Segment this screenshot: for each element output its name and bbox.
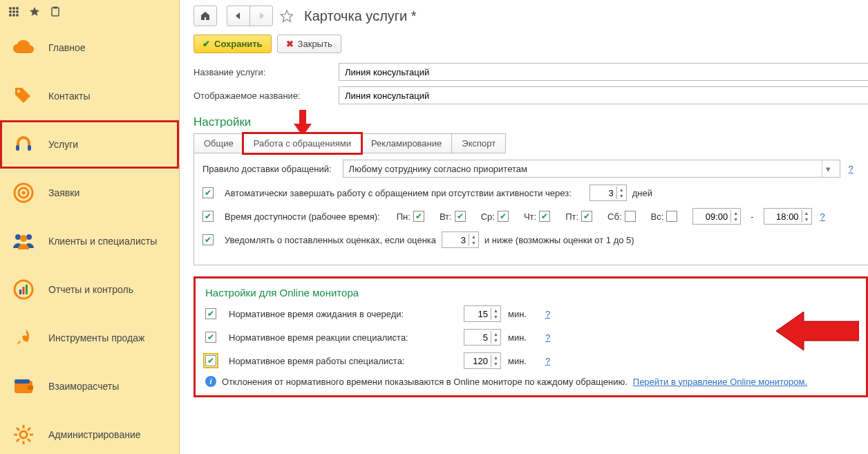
- wallet-icon: [11, 374, 36, 399]
- react-label: Нормативное время реакции специалиста:: [229, 332, 457, 343]
- rating-value-spinner[interactable]: ▲▼: [442, 231, 479, 248]
- help-icon[interactable]: ?: [545, 332, 550, 343]
- delivery-rule-select[interactable]: Любому сотруднику согласно приоритетам ▾: [343, 160, 840, 178]
- spin-down-icon[interactable]: ▼: [491, 361, 500, 367]
- day-tue-checkbox[interactable]: [455, 211, 466, 222]
- svg-rect-12: [16, 145, 19, 151]
- sidebar-item-requests[interactable]: Заявки: [0, 169, 179, 217]
- svg-point-2: [16, 7, 19, 10]
- help-icon[interactable]: ?: [820, 211, 825, 222]
- auto-close-days-spinner[interactable]: ▲▼: [589, 185, 627, 201]
- sidebar-item-sales[interactable]: Инструменты продаж: [0, 314, 179, 362]
- sidebar-item-label: Клиенты и специалисты: [48, 236, 157, 247]
- wait-unit: мин.: [508, 309, 536, 319]
- sidebar-item-contacts[interactable]: Контакты: [0, 72, 179, 120]
- spin-up-icon[interactable]: ▲: [617, 187, 626, 193]
- sidebar-item-services[interactable]: Услуги: [0, 120, 179, 169]
- sidebar-item-payments[interactable]: Взаиморасчеты: [0, 362, 179, 410]
- time-from-spinner[interactable]: ▲▼: [692, 208, 741, 225]
- svg-point-1: [12, 7, 15, 10]
- auto-close-unit: дней: [632, 188, 652, 198]
- work-checkbox[interactable]: [205, 355, 216, 366]
- day-wed-checkbox[interactable]: [498, 211, 509, 222]
- sidebar-item-clients[interactable]: Клиенты и специалисты: [0, 217, 179, 265]
- availability-checkbox[interactable]: [202, 211, 214, 222]
- react-checkbox[interactable]: [205, 332, 216, 343]
- close-button[interactable]: ✖ Закрыть: [277, 35, 341, 53]
- time-to-spinner[interactable]: ▲▼: [764, 208, 812, 225]
- work-input[interactable]: [464, 353, 491, 368]
- tab-general[interactable]: Общие: [194, 133, 244, 153]
- tabs: Общие Работа с обращениями Рекламировани…: [194, 133, 868, 153]
- red-arrow-left-icon: [776, 312, 859, 350]
- info-icon: i: [205, 376, 216, 387]
- day-sat-checkbox[interactable]: [625, 211, 636, 222]
- tab-ads[interactable]: Рекламирование: [361, 133, 452, 153]
- sidebar-item-reports[interactable]: Отчеты и контроль: [0, 265, 179, 314]
- spin-down-icon[interactable]: ▼: [491, 314, 500, 320]
- help-icon[interactable]: ?: [545, 356, 550, 366]
- day-fri-checkbox[interactable]: [581, 211, 592, 222]
- time-to-input[interactable]: [764, 209, 802, 224]
- service-name-input[interactable]: [339, 63, 868, 81]
- svg-rect-10: [53, 7, 57, 9]
- day-sun-checkbox[interactable]: [666, 211, 677, 222]
- cloud-icon: [11, 35, 36, 60]
- save-button[interactable]: ✔ Сохранить: [194, 35, 272, 53]
- wait-checkbox[interactable]: [205, 308, 216, 319]
- clipboard-icon[interactable]: [50, 6, 61, 17]
- day-mon-checkbox[interactable]: [413, 211, 424, 222]
- spin-up-icon[interactable]: ▲: [802, 210, 811, 216]
- react-spinner[interactable]: ▲▼: [464, 329, 501, 346]
- rating-notify-checkbox[interactable]: [202, 234, 214, 245]
- work-unit: мин.: [508, 356, 536, 366]
- star-icon[interactable]: [29, 6, 40, 17]
- tab-requests[interactable]: Работа с обращениями: [243, 133, 361, 153]
- forward-button[interactable]: [249, 6, 273, 26]
- auto-close-checkbox[interactable]: [202, 187, 214, 198]
- auto-close-days-input[interactable]: [590, 185, 616, 200]
- svg-point-16: [22, 191, 26, 195]
- spin-up-icon[interactable]: ▲: [731, 210, 740, 216]
- chevron-down-icon: ▾: [822, 160, 834, 177]
- tab-panel-requests: Правило доставки обращений: Любому сотру…: [194, 153, 868, 265]
- day-thu-label: Чт:: [524, 211, 536, 222]
- tab-export[interactable]: Экспорт: [451, 133, 506, 153]
- online-monitor-link[interactable]: Перейти в управление Online монитором.: [633, 377, 807, 387]
- svg-point-7: [12, 14, 15, 17]
- back-button[interactable]: [227, 6, 250, 26]
- wait-spinner[interactable]: ▲▼: [464, 305, 501, 322]
- help-icon[interactable]: ?: [545, 309, 550, 319]
- auto-close-label: Автоматически завершать работу с обращен…: [225, 188, 572, 198]
- home-button[interactable]: [194, 6, 217, 26]
- online-info-text: Отклонения от нормативного времени показ…: [222, 377, 628, 387]
- spin-up-icon[interactable]: ▲: [491, 308, 500, 314]
- close-icon: ✖: [286, 39, 294, 49]
- spin-down-icon[interactable]: ▼: [469, 240, 478, 246]
- favorite-icon[interactable]: [279, 9, 293, 23]
- spin-down-icon[interactable]: ▼: [491, 337, 500, 343]
- spin-down-icon[interactable]: ▼: [731, 216, 740, 223]
- spin-down-icon[interactable]: ▼: [617, 193, 626, 199]
- rating-value-input[interactable]: [442, 232, 469, 247]
- spin-down-icon[interactable]: ▼: [802, 216, 811, 223]
- work-spinner[interactable]: ▲▼: [464, 352, 501, 369]
- time-from-input[interactable]: [693, 209, 730, 224]
- spin-up-icon[interactable]: ▲: [491, 331, 500, 337]
- svg-rect-27: [28, 386, 33, 390]
- sidebar-item-label: Администрирование: [48, 429, 141, 440]
- headset-icon: [11, 132, 36, 157]
- wait-input[interactable]: [464, 306, 491, 321]
- day-thu-checkbox[interactable]: [539, 211, 550, 222]
- sidebar-item-main[interactable]: Главное: [0, 23, 179, 72]
- spin-up-icon[interactable]: ▲: [469, 234, 478, 240]
- sidebar-item-admin[interactable]: Администрирование: [0, 410, 179, 454]
- help-icon[interactable]: ?: [849, 164, 853, 174]
- svg-point-4: [12, 10, 15, 13]
- display-name-input[interactable]: [339, 86, 868, 104]
- spin-up-icon[interactable]: ▲: [491, 354, 500, 361]
- svg-point-18: [26, 234, 32, 240]
- apps-icon[interactable]: [8, 6, 19, 17]
- react-input[interactable]: [464, 330, 491, 345]
- react-unit: мин.: [508, 332, 536, 343]
